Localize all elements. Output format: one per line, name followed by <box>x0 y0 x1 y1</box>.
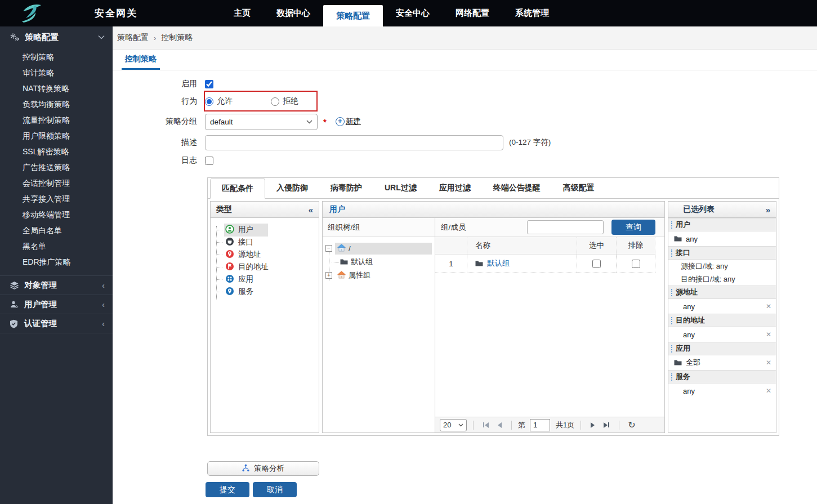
sidebar-section-user-mgmt[interactable]: 用户管理 ‹ <box>0 295 113 314</box>
type-item-source-address[interactable]: 源地址 <box>214 248 316 261</box>
breadcrumb-control-policy: 控制策略 <box>161 33 193 43</box>
sidebar-item-shared-access[interactable]: 共享接入管理 <box>0 191 113 207</box>
expand-panel-button[interactable]: » <box>766 205 770 215</box>
match-panels: 类型 « 用户 接口 <box>208 199 779 435</box>
sidebar-item-traffic-control-policy[interactable]: 流量控制策略 <box>0 112 113 128</box>
policy-analysis-button[interactable]: 策略分析 <box>207 461 319 476</box>
page-number-input[interactable] <box>530 419 550 431</box>
submit-button[interactable]: 提交 <box>206 482 249 497</box>
action-deny-radio[interactable] <box>271 97 279 106</box>
select-checkbox[interactable] <box>592 260 601 268</box>
exclude-checkbox[interactable] <box>632 260 640 268</box>
org-node-attribute-group[interactable]: 属性组 <box>325 269 432 282</box>
sidebar-item-nat-policy[interactable]: NAT转换策略 <box>0 81 113 96</box>
service-icon <box>225 287 234 297</box>
sidebar-item-ssl-decrypt-policy[interactable]: SSL解密策略 <box>0 144 113 159</box>
app-logo-icon <box>0 0 62 26</box>
selected-source-interface: 源接口/域: any <box>668 260 776 273</box>
source-address-icon <box>225 249 234 260</box>
page-tab-bar: 控制策略 <box>113 50 817 70</box>
cancel-button[interactable]: 取消 <box>253 482 297 497</box>
refresh-button[interactable]: ↻ <box>626 420 637 430</box>
user-icon <box>225 225 234 235</box>
remove-application-button[interactable]: ✕ <box>766 359 771 367</box>
house-orange-icon <box>337 271 346 280</box>
user-mgmt-icon <box>10 300 19 309</box>
policy-group-select[interactable]: default <box>205 114 318 130</box>
log-label: 日志 <box>113 155 197 166</box>
org-node-default-group[interactable]: 默认组 <box>340 255 432 269</box>
chevron-down-icon <box>98 35 105 39</box>
page-size-select[interactable]: 20 <box>440 419 467 431</box>
last-page-button[interactable] <box>600 422 613 428</box>
org-node-root[interactable]: / <box>325 242 432 255</box>
nav-item-policy-config[interactable]: 策略配置 <box>323 5 383 26</box>
nav-item-network-config[interactable]: 网络配置 <box>443 0 502 26</box>
log-checkbox[interactable] <box>205 157 213 165</box>
sidebar-item-user-quota-policy[interactable]: 用户限额策略 <box>0 128 113 144</box>
type-item-service[interactable]: 服务 <box>214 286 316 298</box>
nav-item-datacenter[interactable]: 数据中心 <box>264 0 323 26</box>
drag-handle-icon <box>671 373 672 381</box>
type-item-label: 源地址 <box>238 249 261 260</box>
branch-icon <box>242 464 249 474</box>
nav-item-security-center[interactable]: 安全中心 <box>383 0 443 26</box>
sidebar-section-auth-mgmt[interactable]: 认证管理 ‹ <box>0 314 113 333</box>
app-title: 安全网关 <box>95 7 137 20</box>
tab-app-filter[interactable]: 应用过滤 <box>428 178 482 198</box>
section-title: 源地址 <box>676 287 698 297</box>
nav-item-system-mgmt[interactable]: 系统管理 <box>502 0 562 26</box>
collapse-panel-button[interactable]: « <box>309 205 313 215</box>
sidebar-item-blacklist[interactable]: 黑名单 <box>0 238 113 254</box>
tab-url-filter[interactable]: URL过滤 <box>373 178 428 198</box>
action-allow-radio[interactable] <box>205 97 213 106</box>
tab-advanced-config[interactable]: 高级配置 <box>552 178 606 198</box>
default-group-link[interactable]: 默认组 <box>487 258 510 269</box>
sidebar-item-session-control[interactable]: 会话控制管理 <box>0 175 113 191</box>
sidebar-item-ad-push-policy[interactable]: 广告推送策略 <box>0 159 113 175</box>
nav-item-home[interactable]: 主页 <box>221 0 264 26</box>
type-item-dest-address[interactable]: 目的地址 <box>214 261 316 273</box>
sidebar-item-load-balance-policy[interactable]: 负载均衡策略 <box>0 96 113 112</box>
sidebar-item-edr-policy[interactable]: EDR推广策略 <box>0 254 113 270</box>
enable-checkbox[interactable] <box>205 80 213 88</box>
type-panel: 类型 « 用户 接口 <box>210 201 319 433</box>
remove-dest-address-button[interactable]: ✕ <box>766 331 771 338</box>
tab-intrusion-prevention[interactable]: 入侵防御 <box>265 178 319 198</box>
prev-page-button[interactable] <box>494 422 505 428</box>
enable-label: 启用 <box>113 79 197 89</box>
breadcrumb-policy-config[interactable]: 策略配置 <box>117 33 149 43</box>
action-deny-label: 拒绝 <box>283 96 298 106</box>
tab-match-condition[interactable]: 匹配条件 <box>210 178 265 199</box>
selected-column-header: 选中 <box>577 237 616 254</box>
type-item-application[interactable]: 应用 <box>214 273 316 286</box>
sidebar-section-object-mgmt[interactable]: 对象管理 ‹ <box>0 275 113 295</box>
section-title: 应用 <box>676 344 690 354</box>
sidebar-item-control-policy[interactable]: 控制策略 <box>0 49 113 65</box>
section-title: 用户 <box>676 220 690 230</box>
group-member-search-input[interactable] <box>527 220 604 234</box>
type-item-user[interactable]: 用户 <box>214 224 316 236</box>
tab-terminal-notice[interactable]: 终端公告提醒 <box>482 178 552 198</box>
sidebar-item-global-whitelist[interactable]: 全局白名单 <box>0 222 113 238</box>
description-input[interactable] <box>205 135 503 150</box>
next-page-button[interactable] <box>587 422 598 428</box>
remove-service-button[interactable]: ✕ <box>766 387 771 395</box>
tab-control-policy[interactable]: 控制策略 <box>122 49 160 70</box>
first-page-button[interactable] <box>480 422 492 428</box>
sidebar-item-mobile-terminal[interactable]: 移动终端管理 <box>0 207 113 222</box>
house-blue-icon <box>337 244 346 253</box>
search-button[interactable]: 查询 <box>611 220 655 235</box>
collapse-node-button[interactable] <box>325 245 332 252</box>
expand-node-button[interactable] <box>325 272 332 279</box>
selected-dest-address-item: any ✕ <box>668 327 776 342</box>
folder-icon <box>475 260 483 268</box>
remove-source-address-button[interactable]: ✕ <box>766 302 771 310</box>
section-title: 接口 <box>676 248 690 258</box>
sidebar-group-policy-config[interactable]: 策略配置 <box>0 26 113 48</box>
tab-antivirus[interactable]: 病毒防护 <box>319 178 373 198</box>
chevron-left-icon: ‹ <box>102 300 105 309</box>
sidebar-item-audit-policy[interactable]: 审计策略 <box>0 65 113 81</box>
type-item-interface[interactable]: 接口 <box>214 236 316 248</box>
new-policy-group-link[interactable]: + 新建 <box>336 117 361 127</box>
